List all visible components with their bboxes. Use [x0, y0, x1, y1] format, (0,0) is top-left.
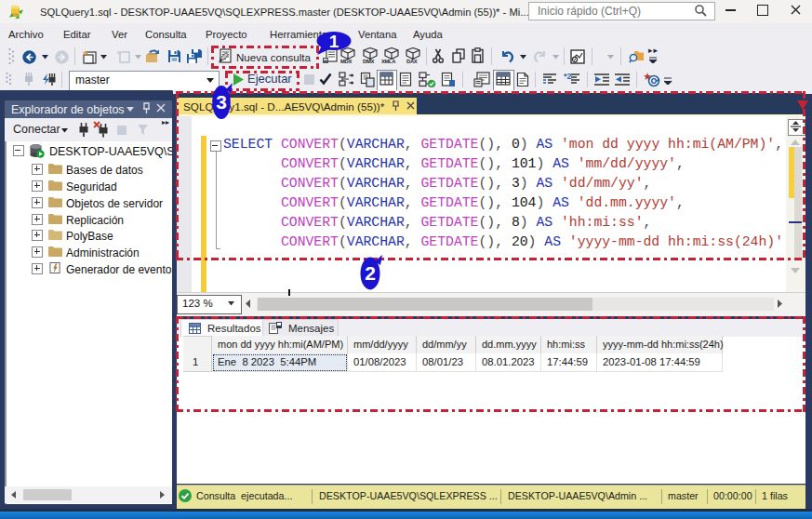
svg-text:2: 2: [365, 262, 376, 284]
svg-text:*2: *2: [564, 72, 572, 81]
svg-text:3: 3: [216, 91, 227, 113]
svg-text:1: 1: [329, 32, 339, 51]
